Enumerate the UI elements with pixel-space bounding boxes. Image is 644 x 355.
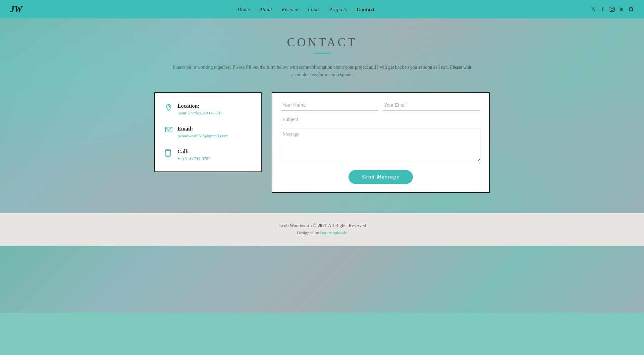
footer-designer-link[interactable]: BootstrapMade: [320, 230, 347, 235]
footer-copyright: Jacob Woodworth © 2021 All Rights Reserv…: [7, 223, 637, 229]
location-value: Saint Charles, MO 63301: [177, 110, 222, 116]
name-email-row: [281, 100, 481, 111]
footer-copyright-text: Jacob Woodworth ©: [278, 223, 318, 228]
nav-about[interactable]: About: [260, 7, 272, 12]
phone-icon: [165, 149, 172, 158]
send-button[interactable]: Send Message: [348, 170, 413, 184]
nav-home[interactable]: Home: [237, 7, 250, 12]
instagram-icon[interactable]: [609, 6, 615, 12]
svg-point-8: [168, 156, 168, 156]
brand-logo[interactable]: JW: [10, 4, 22, 14]
social-icons: 𝕏 f in: [590, 6, 634, 12]
call-text: Call: +1 (314) 743-9782: [177, 149, 210, 161]
nav-links: Home About Resume Links Projects Contact: [237, 6, 375, 12]
info-card: Location: Saint Charles, MO 63301 Email:…: [154, 92, 262, 172]
page-title-container: CONTACT: [7, 35, 637, 54]
nav-contact[interactable]: Contact: [357, 7, 375, 12]
footer: Jacob Woodworth © 2021 All Rights Reserv…: [0, 213, 644, 246]
email-text: Email: jwoodworth515@gmail.com: [177, 126, 228, 139]
svg-rect-0: [610, 7, 614, 11]
footer-designed-by: Designed by: [297, 230, 320, 235]
email-input[interactable]: [382, 100, 481, 111]
nav-resume[interactable]: Resume: [282, 7, 299, 12]
call-label: Call:: [177, 149, 210, 155]
message-textarea[interactable]: [281, 129, 481, 162]
title-underline: [314, 53, 330, 54]
twitter-icon[interactable]: 𝕏: [590, 6, 596, 12]
svg-point-3: [168, 106, 170, 107]
navbar: JW Home About Resume Links Projects Cont…: [0, 0, 644, 18]
footer-designer: Designed by BootstrapMade: [7, 230, 637, 236]
github-icon[interactable]: [628, 6, 634, 12]
nav-projects[interactable]: Projects: [329, 7, 347, 12]
location-icon: [165, 104, 172, 113]
contact-form-card: Send Message: [272, 92, 490, 193]
email-value: jwoodworth515@gmail.com: [177, 133, 228, 139]
footer-rights: All Rights Reserved: [327, 223, 366, 228]
call-value: +1 (314) 743-9782: [177, 156, 210, 161]
page-title: CONTACT: [7, 35, 637, 49]
submit-row: Send Message: [281, 170, 481, 184]
call-item: Call: +1 (314) 743-9782: [165, 149, 251, 161]
footer-year: 2021: [318, 223, 327, 228]
subject-input[interactable]: [281, 114, 481, 125]
message-group: [281, 129, 481, 163]
nav-links[interactable]: Links: [308, 7, 320, 12]
svg-point-2: [613, 8, 614, 8]
name-input[interactable]: [281, 100, 379, 111]
contact-form: Send Message: [281, 100, 481, 184]
page-subtitle: Interested in working together? Please f…: [171, 64, 473, 79]
facebook-icon[interactable]: f: [600, 6, 606, 12]
email-item: Email: jwoodworth515@gmail.com: [165, 126, 251, 139]
contact-layout: Location: Saint Charles, MO 63301 Email:…: [154, 92, 490, 193]
location-label: Location:: [177, 103, 222, 109]
location-text: Location: Saint Charles, MO 63301: [177, 103, 222, 116]
contact-section: CONTACT Interested in working together? …: [0, 18, 644, 213]
location-item: Location: Saint Charles, MO 63301: [165, 103, 251, 116]
linkedin-icon[interactable]: in: [619, 6, 625, 12]
bottom-band: [0, 246, 644, 313]
email-label: Email:: [177, 126, 228, 132]
svg-point-1: [611, 8, 613, 10]
email-icon: [165, 126, 172, 134]
subject-group: [281, 114, 481, 125]
